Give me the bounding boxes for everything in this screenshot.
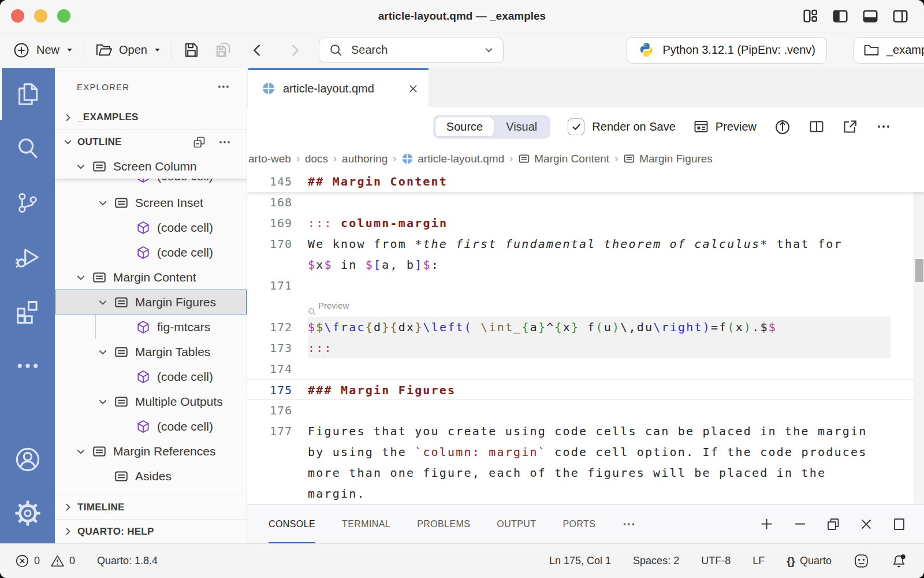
- outline-item-screen-inset[interactable]: Screen Inset: [55, 190, 247, 215]
- problems-status[interactable]: 0 0: [15, 554, 75, 568]
- outline-item-multiple-outputs[interactable]: Multiple Outputs: [55, 389, 247, 414]
- panel-tab-output[interactable]: OUTPUT: [497, 505, 536, 543]
- encoding[interactable]: UTF-8: [701, 555, 731, 567]
- code-line-169[interactable]: 169::: column-margin: [247, 213, 924, 234]
- workspace-button[interactable]: _examples: [854, 37, 924, 64]
- more-actions-icon[interactable]: [217, 80, 230, 94]
- chevron-down-icon[interactable]: [92, 197, 114, 209]
- activity-run-debug[interactable]: [0, 244, 55, 271]
- section-quarto-help[interactable]: QUARTO: HELP: [55, 519, 247, 543]
- code-line[interactable]: $x$ in $[a, b]$:: [247, 254, 924, 275]
- outline-item-code-cell[interactable]: (code cell): [55, 364, 247, 389]
- outline-item-margin-references[interactable]: Margin References: [55, 439, 247, 464]
- maximize-panel-icon[interactable]: [892, 517, 907, 532]
- new-button[interactable]: New: [13, 42, 73, 59]
- tab-article-layout[interactable]: article-layout.qmd: [248, 68, 429, 107]
- outline-item-margin-content[interactable]: Margin Content: [55, 265, 247, 290]
- toggle-panel-icon[interactable]: [862, 8, 879, 25]
- breadcrumb-item-authoring[interactable]: authoring: [342, 153, 388, 165]
- split-editor-icon[interactable]: [808, 118, 825, 135]
- quarto-version[interactable]: Quarto: 1.8.4: [97, 555, 158, 567]
- code-line-168[interactable]: 168: [247, 192, 924, 213]
- close-panel-icon[interactable]: [859, 517, 874, 532]
- outline-item-margin-figures[interactable]: Margin Figures: [55, 290, 247, 314]
- code-line[interactable]: by using the `column: margin` code cell …: [247, 442, 924, 462]
- toggle-primary-sidebar-icon[interactable]: [832, 8, 849, 25]
- source-mode-button[interactable]: Source: [435, 117, 494, 137]
- breadcrumb-item-arto-web[interactable]: arto-web: [248, 153, 291, 165]
- eol-sequence[interactable]: LF: [752, 555, 765, 567]
- chevron-down-icon[interactable]: [70, 161, 92, 172]
- activity-settings[interactable]: [0, 500, 55, 527]
- chevron-down-icon[interactable]: [70, 446, 92, 457]
- code-line-176[interactable]: 176: [247, 400, 924, 421]
- chevron-down-icon[interactable]: [92, 346, 114, 358]
- collapse-all-icon[interactable]: [192, 135, 206, 149]
- panel-tab-console[interactable]: CONSOLE: [269, 505, 315, 543]
- outline-item-screen-column[interactable]: Screen Column: [55, 154, 247, 179]
- notifications-bell-icon[interactable]: [891, 553, 907, 569]
- section-timeline[interactable]: TIMELINE: [55, 495, 247, 519]
- code-line[interactable]: margin.: [247, 483, 924, 504]
- activity-more[interactable]: [0, 353, 55, 379]
- open-external-icon[interactable]: [842, 118, 858, 135]
- minimize-window-icon[interactable]: [34, 9, 47, 23]
- outline-item-code-cell[interactable]: (code cell): [55, 414, 247, 439]
- outline-item-code-cell[interactable]: (code cell): [55, 179, 247, 188]
- breadcrumb-item-docs[interactable]: docs: [305, 153, 328, 165]
- code-line-170[interactable]: 170We know from *the first fundamental t…: [247, 234, 924, 254]
- codelens-row[interactable]: Preview: [247, 296, 924, 317]
- breadcrumb-item-margin-content[interactable]: Margin Content: [518, 153, 609, 165]
- outline-item-code-cell[interactable]: (code cell): [55, 215, 247, 240]
- python-interpreter-button[interactable]: Python 3.12.1 (PipEnv: .venv): [627, 37, 827, 64]
- activity-files[interactable]: [0, 81, 55, 108]
- chevron-down-icon[interactable]: [70, 272, 92, 283]
- outline-item-asides[interactable]: Asides: [55, 464, 247, 488]
- zoom-window-icon[interactable]: [57, 9, 70, 23]
- activity-account[interactable]: [0, 446, 55, 473]
- editor-scrollbar[interactable]: [914, 171, 924, 504]
- activity-extensions[interactable]: [0, 298, 55, 325]
- navigate-back-icon[interactable]: [249, 42, 266, 58]
- customize-layout-icon[interactable]: [802, 8, 819, 24]
- activity-source-control[interactable]: [0, 190, 55, 216]
- chevron-down-icon[interactable]: [92, 297, 114, 308]
- feedback-smiley-icon[interactable]: [854, 553, 869, 569]
- more-actions-icon[interactable]: [218, 135, 232, 149]
- more-actions-icon[interactable]: [875, 118, 892, 135]
- search-input[interactable]: Search: [319, 38, 504, 63]
- restore-panel-icon[interactable]: [826, 517, 841, 532]
- render-document-icon[interactable]: [774, 118, 791, 135]
- panel-tab-ports[interactable]: PORTS: [562, 505, 595, 543]
- close-window-icon[interactable]: [11, 9, 24, 23]
- code-line-174[interactable]: 174: [247, 358, 924, 379]
- section-examples[interactable]: _EXAMPLES: [55, 105, 247, 129]
- minimize-panel-icon[interactable]: [792, 516, 808, 532]
- codelens-label[interactable]: Preview: [318, 295, 349, 316]
- outline-item-fig-mtcars[interactable]: fig-mtcars: [55, 314, 247, 339]
- code-line-173[interactable]: 173:::: [247, 338, 924, 358]
- code-line-175[interactable]: 175### Margin Figures: [247, 379, 924, 400]
- chevron-down-icon[interactable]: [484, 45, 494, 55]
- panel-tab-terminal[interactable]: TERMINAL: [342, 505, 390, 543]
- code-line-172[interactable]: 172$$\frac{d}{dx}\left( \int_{a}^{x} f(u…: [247, 317, 924, 338]
- code-line[interactable]: more than one figure, each of the figure…: [247, 462, 924, 483]
- outline-item-margin-tables[interactable]: Margin Tables: [55, 339, 247, 364]
- cursor-position[interactable]: Ln 175, Col 1: [549, 555, 611, 567]
- outline-item-code-cell[interactable]: (code cell): [55, 240, 247, 265]
- breadcrumb-item-margin-figures[interactable]: Margin Figures: [623, 153, 713, 165]
- toggle-secondary-sidebar-icon[interactable]: [892, 8, 909, 25]
- preview-button[interactable]: Preview: [693, 118, 757, 135]
- visual-mode-button[interactable]: Visual: [494, 117, 549, 137]
- breadcrumb-item-article-layout-qmd[interactable]: article-layout.qmd: [401, 153, 504, 165]
- open-button[interactable]: Open: [95, 41, 161, 59]
- chevron-down-icon[interactable]: [92, 396, 114, 407]
- close-tab-icon[interactable]: [407, 83, 419, 95]
- navigate-forward-icon[interactable]: [286, 42, 303, 58]
- render-on-save-checkbox[interactable]: [568, 118, 584, 135]
- section-outline[interactable]: OUTLINE: [55, 129, 247, 154]
- language-mode[interactable]: {} Quarto: [787, 555, 832, 568]
- save-icon[interactable]: [182, 41, 200, 59]
- panel-more-icon[interactable]: [622, 517, 636, 531]
- new-terminal-icon[interactable]: [759, 516, 774, 532]
